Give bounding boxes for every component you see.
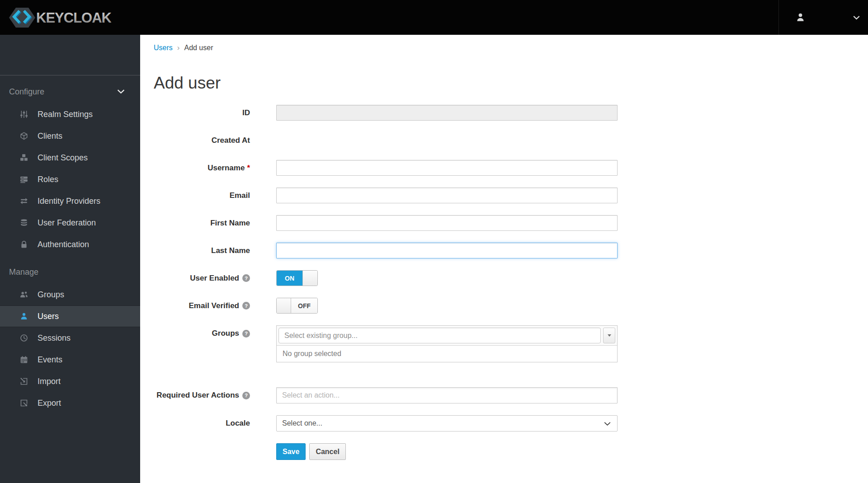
sidebar-item-label: Clients (38, 131, 62, 141)
sidebar-item-label: Realm Settings (38, 110, 93, 119)
form-row-email-verified: Email Verified OFF (154, 298, 868, 314)
locale-label: Locale (154, 419, 250, 428)
groups-widget: Select existing group... No group select… (276, 325, 618, 362)
sidebar-item-label: Export (38, 399, 61, 408)
toggle-on-label: ON (277, 271, 302, 286)
required-marker: * (247, 164, 250, 173)
breadcrumb-separator: › (177, 43, 180, 52)
form-row-user-enabled: User Enabled ON (154, 270, 868, 286)
user-icon (19, 312, 29, 320)
help-icon[interactable] (242, 274, 250, 282)
sidebar-item-label: Authentication (38, 240, 89, 249)
help-icon[interactable] (242, 330, 250, 338)
configure-collapse-toggle[interactable] (117, 89, 125, 94)
chevron-down-icon (853, 15, 860, 20)
database-icon (19, 219, 29, 227)
section-configure: Configure (0, 87, 140, 97)
sidebar-item-events[interactable]: Events (0, 349, 140, 370)
groups-combobox-row: Select existing group... (277, 326, 617, 345)
sidebar-item-client-scopes[interactable]: Client Scopes (0, 147, 140, 169)
user-enabled-toggle[interactable]: ON (276, 270, 318, 286)
groups-label: Groups (154, 329, 250, 338)
required-user-actions-field[interactable] (276, 387, 618, 403)
form-row-email: Email (154, 188, 868, 203)
sidebar-item-users[interactable]: Users (0, 305, 140, 327)
help-icon[interactable] (242, 302, 250, 309)
sidebar-item-roles[interactable]: Roles (0, 169, 140, 190)
sidebar-item-label: Identity Providers (38, 197, 100, 206)
email-verified-label: Email Verified (154, 301, 250, 310)
help-icon[interactable] (242, 392, 250, 399)
save-button[interactable]: Save (276, 443, 306, 460)
page-title: Add user (154, 72, 868, 94)
server-list-icon (19, 175, 29, 183)
email-label: Email (154, 191, 250, 200)
id-field (276, 105, 618, 121)
sidebar-item-realm-settings[interactable]: Realm Settings (0, 103, 140, 125)
sidebar-item-label: Groups (38, 290, 64, 300)
person-icon (795, 12, 806, 23)
lock-icon (19, 240, 29, 249)
locale-select[interactable]: Select one... (276, 415, 618, 431)
navbar-user-menu (778, 0, 868, 35)
sidebar-item-label: Events (38, 355, 62, 365)
id-label: ID (154, 108, 250, 117)
user-enabled-label: User Enabled (154, 274, 250, 283)
sidebar-item-label: Sessions (38, 333, 71, 343)
clock-icon (19, 334, 29, 342)
sidebar-header (0, 35, 140, 75)
chevron-down-icon (604, 422, 611, 426)
created-at-label: Created At (154, 136, 250, 145)
sidebar-item-authentication[interactable]: Authentication (0, 234, 140, 255)
user-menu-dropdown[interactable] (853, 15, 860, 20)
breadcrumb: Users › Add user (154, 43, 868, 52)
cubes-icon (19, 154, 29, 162)
breadcrumb-current: Add user (184, 43, 213, 52)
first-name-field[interactable] (276, 215, 618, 231)
caret-down-icon (608, 334, 611, 337)
chevron-down-icon (117, 89, 125, 94)
form-row-username: Username * (154, 160, 868, 176)
cancel-button[interactable]: Cancel (309, 443, 345, 460)
email-field[interactable] (276, 188, 618, 203)
toggle-handle (302, 271, 317, 286)
breadcrumb-users-link[interactable]: Users (154, 43, 173, 52)
sidebar-item-import[interactable]: Import (0, 370, 140, 392)
last-name-label: Last Name (154, 246, 250, 255)
calendar-icon (19, 356, 29, 364)
username-field[interactable] (276, 160, 618, 176)
sidebar-item-sessions[interactable]: Sessions (0, 327, 140, 349)
sidebar-item-label: Users (38, 312, 59, 321)
exchange-icon (19, 197, 29, 205)
required-user-actions-label: Required User Actions (154, 391, 250, 400)
section-manage-label: Manage (9, 267, 38, 277)
sidebar-item-user-federation[interactable]: User Federation (0, 212, 140, 234)
brand-text: KEYCLOAK (36, 10, 111, 26)
last-name-field[interactable] (276, 243, 618, 258)
username-label: Username * (154, 164, 250, 173)
keycloak-logo[interactable]: KEYCLOAK (6, 6, 111, 29)
groups-empty-text: No group selected (277, 345, 617, 362)
first-name-label: First Name (154, 219, 250, 228)
toggle-off-label: OFF (291, 298, 317, 313)
sidebar-item-clients[interactable]: Clients (0, 125, 140, 147)
cube-icon (19, 132, 29, 140)
sidebar-item-export[interactable]: Export (0, 392, 140, 414)
user-account-button[interactable] (795, 12, 806, 23)
keycloak-logo-icon: KEYCLOAK (6, 6, 111, 29)
sidebar-item-groups[interactable]: Groups (0, 284, 140, 305)
sidebar-item-label: Roles (38, 175, 58, 184)
export-icon (19, 399, 29, 407)
sidebar-item-label: Import (38, 377, 61, 386)
sidebar-nav: Configure Realm Settings Clients (0, 35, 140, 483)
users-icon (19, 291, 29, 299)
sidebar-item-identity-providers[interactable]: Identity Providers (0, 190, 140, 212)
section-configure-label: Configure (9, 87, 44, 96)
groups-select-input[interactable]: Select existing group... (278, 328, 601, 343)
form-row-locale: Locale Select one... (154, 415, 868, 431)
groups-dropdown-button[interactable] (603, 328, 615, 343)
top-navbar: KEYCLOAK (0, 0, 868, 35)
email-verified-toggle[interactable]: OFF (276, 298, 318, 314)
locale-selected-value: Select one... (282, 419, 322, 427)
toggle-handle (277, 298, 291, 313)
